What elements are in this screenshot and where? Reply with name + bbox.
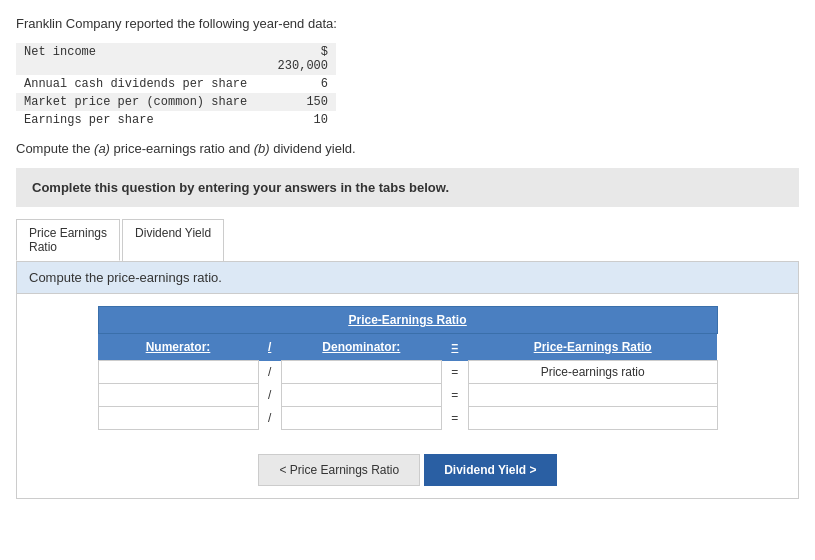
ratio-table-header: Price-Earnings Ratio <box>98 307 717 334</box>
data-item-label-3: Earnings per share <box>16 111 256 129</box>
data-item-label-1: Annual cash dividends per share <box>16 75 256 93</box>
equals-0: = <box>441 361 468 384</box>
tabs-container: Price EarningsRatio Dividend Yield <box>16 219 799 262</box>
data-item-label-2: Market price per (common) share <box>16 93 256 111</box>
prev-button[interactable]: < Price Earnings Ratio <box>258 454 420 486</box>
compute-text: Compute the (a) price-earnings ratio and… <box>16 141 799 156</box>
data-item-value-3: 10 <box>256 111 336 129</box>
denominator-input-0[interactable] <box>281 361 441 384</box>
denominator-header: Denominator: <box>281 334 441 361</box>
intro-text: Franklin Company reported the following … <box>16 16 799 31</box>
numerator-input-0[interactable] <box>98 361 258 384</box>
denominator-input-1[interactable] <box>281 384 441 407</box>
tab-dividend-yield[interactable]: Dividend Yield <box>122 219 224 261</box>
data-item-label-0: Net income <box>16 43 256 75</box>
numerator-input-2[interactable] <box>98 407 258 430</box>
equals-1: = <box>441 384 468 407</box>
data-table: Net income$ 230,000Annual cash dividends… <box>16 43 336 129</box>
instruction-box: Complete this question by entering your … <box>16 168 799 207</box>
numerator-header: Numerator: <box>98 334 258 361</box>
ratio-table-container: Price-Earnings Ratio Numerator: / Denomi… <box>17 294 798 442</box>
tab-instruction: Compute the price-earnings ratio. <box>17 262 798 294</box>
slash-2: / <box>258 407 281 430</box>
numerator-input-1[interactable] <box>98 384 258 407</box>
equals-2: = <box>441 407 468 430</box>
tab-content: Compute the price-earnings ratio. Price-… <box>16 262 799 499</box>
result-label-2 <box>468 407 717 430</box>
slash-1: / <box>258 384 281 407</box>
data-item-value-0: $ 230,000 <box>256 43 336 75</box>
tab-price-earnings[interactable]: Price EarningsRatio <box>16 219 120 261</box>
data-item-value-2: 150 <box>256 93 336 111</box>
result-label-0: Price-earnings ratio <box>468 361 717 384</box>
next-button[interactable]: Dividend Yield > <box>424 454 556 486</box>
slash-0: / <box>258 361 281 384</box>
denominator-input-2[interactable] <box>281 407 441 430</box>
result-header: Price-Earnings Ratio <box>468 334 717 361</box>
result-label-1 <box>468 384 717 407</box>
equals-header: = <box>441 334 468 361</box>
data-item-value-1: 6 <box>256 75 336 93</box>
nav-buttons: < Price Earnings Ratio Dividend Yield > <box>17 442 798 498</box>
ratio-table: Price-Earnings Ratio Numerator: / Denomi… <box>98 306 718 430</box>
slash-header: / <box>258 334 281 361</box>
